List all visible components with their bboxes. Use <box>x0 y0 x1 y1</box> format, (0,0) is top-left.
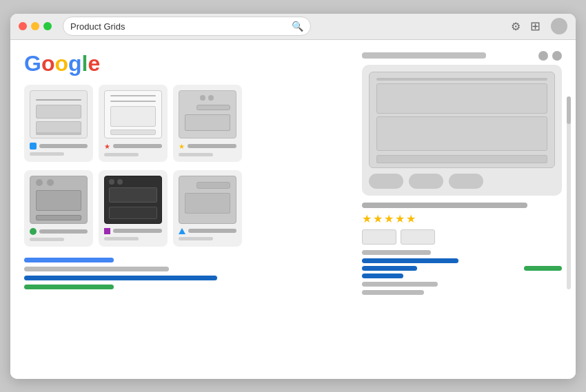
right-info-bar-5 <box>362 282 438 287</box>
product-2-color-dot: ★ <box>104 143 110 150</box>
right-circle-1 <box>538 51 548 61</box>
traffic-lights <box>19 22 52 30</box>
product-card-2-info: ★ <box>104 143 162 150</box>
product-3-title-bar <box>188 144 236 148</box>
star-rating: ★ ★ ★ ★ ★ <box>362 212 562 225</box>
product-card-4[interactable] <box>24 170 93 247</box>
product-1-color-dot <box>30 143 37 149</box>
product-row-1: ★ <box>24 85 348 162</box>
star-2: ★ <box>373 212 383 225</box>
product-6-color-dot <box>179 228 185 234</box>
scrollbar-thumb[interactable] <box>567 96 571 124</box>
left-panel: G o o g l e <box>24 51 362 368</box>
star-1: ★ <box>362 212 372 225</box>
bottom-bar-3 <box>24 276 217 280</box>
product-2-price-bar <box>104 153 139 156</box>
right-info-bars <box>362 250 562 295</box>
right-circle-2 <box>552 51 562 61</box>
logo-l: l <box>82 51 88 76</box>
product-card-3-info: ★ <box>179 143 236 150</box>
product-image-1 <box>30 90 88 138</box>
settings-icon[interactable]: ⚙ <box>511 20 521 33</box>
bottom-bars <box>24 258 348 289</box>
product-card-6-info <box>179 228 236 234</box>
product-4-price-bar <box>30 238 64 241</box>
right-panel: ★ ★ ★ ★ ★ <box>362 51 562 368</box>
product-1-price-bar <box>30 152 64 156</box>
maximize-button[interactable] <box>43 22 52 30</box>
product-image-4 <box>30 176 88 224</box>
star-5: ★ <box>406 212 416 225</box>
right-info-bar-6 <box>362 290 424 295</box>
apps-grid-icon[interactable]: ⊞ <box>530 19 541 34</box>
search-input[interactable]: Product Grids <box>70 21 287 32</box>
product-image-2 <box>104 90 162 138</box>
right-green-bar <box>524 266 562 271</box>
right-info-bar-2 <box>362 258 458 263</box>
product-3-price-bar <box>179 153 213 156</box>
logo-e: e <box>88 51 100 76</box>
product-image-5 <box>104 176 162 224</box>
product-2-title-bar <box>113 144 162 148</box>
content-area: G o o g l e <box>10 40 576 379</box>
product-image-3 <box>179 90 236 138</box>
buy-btn-1[interactable] <box>362 229 396 245</box>
star-3: ★ <box>384 212 394 225</box>
product-card-6[interactable] <box>173 170 242 247</box>
product-card-5-info <box>104 228 162 234</box>
logo-o2: o <box>54 51 68 76</box>
bottom-bar-1 <box>24 258 114 262</box>
product-1-title-bar <box>39 144 88 148</box>
product-4-title-bar <box>39 229 88 234</box>
product-card-1[interactable] <box>24 85 93 162</box>
product-5-price-bar <box>104 237 139 240</box>
search-icon: 🔍 <box>292 21 303 32</box>
titlebar: Product Grids 🔍 ⚙ ⊞ <box>10 14 576 40</box>
logo-G: G <box>24 51 41 76</box>
product-grid-section: ★ <box>24 85 348 249</box>
right-info-section: ★ ★ ★ ★ ★ <box>362 203 562 295</box>
product-5-color-dot <box>104 228 110 234</box>
right-info-bar-3 <box>362 266 417 271</box>
detail-btn-2[interactable] <box>409 174 443 189</box>
product-6-title-bar <box>188 229 236 233</box>
buy-buttons <box>362 229 562 245</box>
product-card-4-info <box>30 228 88 235</box>
star-4: ★ <box>395 212 405 225</box>
product-3-color-dot: ★ <box>179 143 185 150</box>
google-logo: G o o g l e <box>24 51 348 76</box>
product-detail-card <box>362 65 562 196</box>
logo-g: g <box>68 51 82 76</box>
right-info-bar-1 <box>362 250 431 255</box>
avatar[interactable] <box>551 18 567 34</box>
logo-o1: o <box>41 51 55 76</box>
product-card-5[interactable] <box>99 170 168 247</box>
product-row-2 <box>24 170 348 247</box>
minimize-button[interactable] <box>31 22 39 30</box>
product-card-1-info <box>30 143 88 149</box>
search-bar[interactable]: Product Grids 🔍 <box>63 17 311 36</box>
detail-btn-3[interactable] <box>449 174 483 189</box>
browser-window: Product Grids 🔍 ⚙ ⊞ G o o g l e <box>10 14 576 379</box>
bottom-bar-2 <box>24 267 169 271</box>
detail-product-image <box>369 72 555 168</box>
product-4-color-dot <box>30 228 37 235</box>
product-image-6 <box>179 176 236 224</box>
product-5-title-bar <box>113 229 162 233</box>
detail-buttons <box>369 174 555 189</box>
titlebar-right: ⚙ ⊞ <box>511 18 567 34</box>
right-top-bar <box>362 52 486 59</box>
right-title-bar <box>362 203 527 208</box>
scrollbar-track <box>567 96 571 289</box>
product-card-2[interactable]: ★ <box>99 85 168 162</box>
close-button[interactable] <box>19 22 27 30</box>
product-6-price-bar <box>179 237 213 240</box>
product-card-3[interactable]: ★ <box>173 85 242 162</box>
bottom-bar-4 <box>24 285 114 289</box>
buy-btn-2[interactable] <box>401 229 435 245</box>
right-info-bar-4 <box>362 274 403 278</box>
detail-btn-1[interactable] <box>369 174 403 189</box>
